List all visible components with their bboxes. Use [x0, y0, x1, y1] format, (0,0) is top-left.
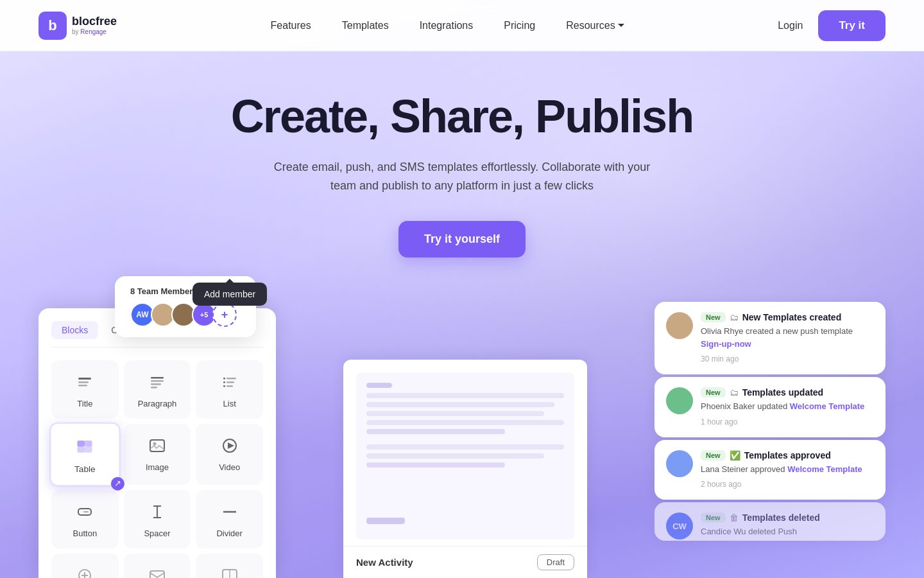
- new-badge-2: New: [701, 387, 726, 398]
- block-spacer[interactable]: Spacer: [124, 490, 191, 548]
- activity-time-1: 30 min ago: [701, 355, 739, 363]
- block-divider[interactable]: Divider: [196, 490, 263, 548]
- try-it-button[interactable]: Try it: [818, 10, 886, 41]
- svg-rect-11: [223, 385, 225, 387]
- svg-rect-5: [151, 383, 161, 385]
- blocks-panel: 8 Team Members AW +5 + Add member Blocks…: [38, 308, 276, 578]
- login-link[interactable]: Login: [778, 20, 803, 31]
- new-badge-3: New: [701, 450, 726, 460]
- activity-card-3: New ✅ Templates approved Lana Steiner ap…: [654, 440, 886, 500]
- block-image-label: Image: [146, 462, 169, 472]
- nav-features[interactable]: Features: [271, 20, 311, 31]
- block-paragraph-label: Paragraph: [138, 399, 177, 408]
- email-subject-line: [366, 383, 392, 388]
- new-badge-1: New: [701, 312, 726, 322]
- block-button-label: Button: [73, 529, 98, 538]
- nav-links: Features Templates Integrations Pricing …: [271, 20, 624, 31]
- block-title-label: Title: [77, 399, 92, 408]
- video-icon: [218, 434, 241, 457]
- divider-icon: [218, 500, 241, 523]
- activity-title-2: Templates updated: [742, 387, 824, 398]
- activity-link-1[interactable]: Sign-up-now: [701, 339, 751, 349]
- block-list-label: List: [223, 399, 236, 408]
- block-divider-label: Divider: [216, 529, 242, 538]
- new-badge-4: New: [701, 512, 726, 523]
- activity-card-2: New 🗂 Templates updated Phoenix Baker up…: [654, 377, 886, 437]
- activity-text-1: Olivia Rhye created a new push template …: [701, 325, 874, 350]
- activity-link-3[interactable]: Welcome Template: [787, 464, 862, 474]
- activity-text-4: Candice Wu deleted Push: [701, 525, 874, 538]
- svg-rect-16: [78, 446, 85, 452]
- logo-sub: by Rengage: [72, 28, 117, 35]
- block-button[interactable]: Button: [51, 490, 119, 548]
- activity-card-4: CW New 🗑 Templates deleted Candice Wu de…: [654, 502, 886, 541]
- list-icon: [218, 371, 241, 394]
- svg-rect-3: [151, 377, 164, 379]
- new-activity-label: New Activity: [356, 557, 413, 568]
- svg-rect-14: [78, 441, 85, 446]
- avatar-lana: [666, 450, 693, 477]
- svg-rect-1: [78, 381, 89, 383]
- title-icon: [73, 371, 96, 394]
- svg-rect-9: [223, 381, 225, 383]
- svg-rect-0: [78, 378, 91, 380]
- activity-time-3: 2 hours ago: [701, 480, 741, 489]
- block-paragraph[interactable]: Paragraph: [124, 360, 191, 419]
- nav-templates[interactable]: Templates: [342, 20, 389, 31]
- button-icon: [73, 500, 96, 523]
- avatar-add-button[interactable]: +: [212, 302, 237, 327]
- block-table[interactable]: Table ↗: [49, 423, 120, 487]
- email-thumb-line: [366, 518, 405, 524]
- svg-rect-6: [151, 387, 157, 389]
- email-preview: [356, 372, 574, 539]
- hero-cta-button[interactable]: Try it yourself: [398, 221, 526, 258]
- activity-text-2: Phoenix Baker updated Welcome Template: [701, 400, 874, 413]
- activity-title-1: New Templates created: [742, 312, 842, 322]
- block-video[interactable]: Video: [196, 424, 263, 485]
- nav-right: Login Try it: [778, 10, 886, 41]
- svg-rect-7: [223, 378, 225, 380]
- svg-rect-4: [151, 380, 164, 382]
- block-list[interactable]: List: [196, 360, 263, 419]
- logo[interactable]: b blocfree by Rengage: [38, 12, 117, 40]
- template-icon-2: 🗂: [730, 387, 739, 398]
- svg-rect-8: [227, 378, 236, 380]
- block-extra-2[interactable]: [124, 554, 191, 578]
- activity-card-1: New 🗂 New Templates created Olivia Rhye …: [654, 302, 886, 374]
- svg-point-19: [153, 442, 156, 446]
- template-icon-1: 🗂: [730, 312, 739, 322]
- nav-pricing[interactable]: Pricing: [504, 20, 535, 31]
- svg-rect-17: [85, 446, 92, 452]
- block-extra-3[interactable]: [196, 554, 263, 578]
- block-title[interactable]: Title: [51, 360, 119, 419]
- block-table-label: Table: [74, 464, 96, 475]
- svg-rect-2: [78, 385, 87, 387]
- template-icon-4: 🗑: [730, 512, 739, 523]
- hero-subtitle: Create email, push, and SMS templates ef…: [270, 158, 654, 195]
- svg-marker-21: [228, 442, 234, 449]
- plus-icon: [73, 564, 96, 578]
- email-icon: [146, 564, 169, 578]
- block-spacer-label: Spacer: [144, 529, 170, 538]
- avatar-olivia: [666, 312, 693, 339]
- image-icon: [146, 434, 169, 457]
- center-panel: New Activity Draft: [343, 360, 587, 578]
- activity-time-2: 1 hour ago: [701, 417, 737, 426]
- logo-icon: b: [38, 12, 67, 40]
- svg-rect-12: [227, 385, 233, 387]
- activity-title-4: Templates deleted: [742, 512, 820, 523]
- hero-title: Create, Share, Publish: [0, 90, 924, 143]
- logo-name: blocfree: [72, 15, 117, 28]
- block-video-label: Video: [219, 462, 240, 472]
- layout-icon: [218, 564, 241, 578]
- block-extra-1[interactable]: [51, 554, 119, 578]
- tab-blocks[interactable]: Blocks: [51, 321, 98, 339]
- spacer-icon: [146, 500, 169, 523]
- block-image[interactable]: Image: [124, 424, 191, 485]
- nav-integrations[interactable]: Integrations: [420, 20, 474, 31]
- draft-badge: Draft: [537, 554, 574, 570]
- activity-link-2[interactable]: Welcome Template: [790, 401, 865, 411]
- hero-section: Create, Share, Publish Create email, pus…: [0, 0, 924, 578]
- nav-resources[interactable]: Resources: [566, 20, 624, 31]
- avatar-phoenix: [666, 387, 693, 414]
